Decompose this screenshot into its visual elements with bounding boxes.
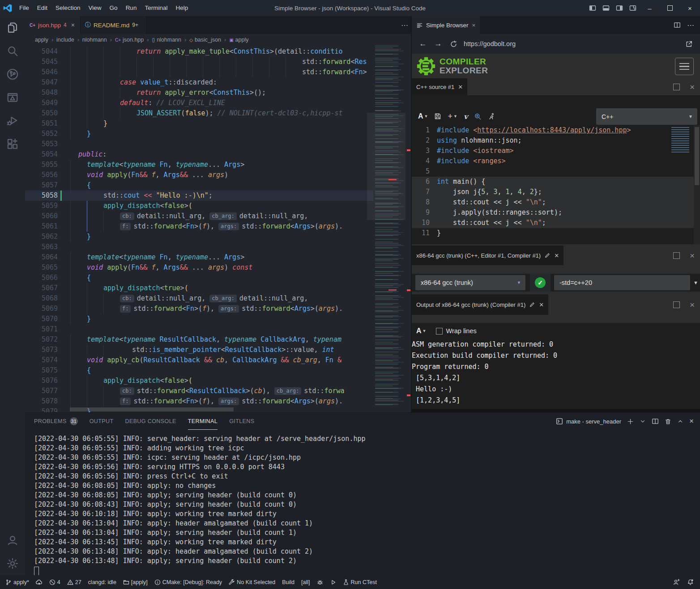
code-line[interactable]: 5069f:std::forward<Fn>(f), args:std::for… [25, 304, 405, 314]
close-pane-icon[interactable]: × [690, 302, 695, 308]
edit-icon[interactable] [544, 252, 551, 258]
browser-code-line[interactable]: 7 json j{5, 3, 1, 4, 2}; [412, 187, 700, 197]
browser-code-line[interactable]: 8 std::cout << j << "\n"; [412, 197, 700, 208]
code-line[interactable]: 5061f:std::forward<Fn>(f), args:std::for… [25, 221, 405, 232]
browser-code-line[interactable]: 3#include <iostream> [412, 146, 700, 156]
language-select[interactable]: C++▼ [596, 108, 697, 125]
status-clangd-idle[interactable]: clangd: idle [88, 579, 116, 585]
code-line[interactable]: 5063 [25, 242, 405, 252]
compiler-args-input[interactable]: -std=c++20 [554, 275, 690, 290]
status--all-[interactable]: [all] [301, 579, 310, 585]
terminal-select[interactable]: make - serve_header [556, 418, 621, 425]
code-line[interactable]: 5077cb:std::forward<ResultCallback>(cb),… [25, 386, 405, 396]
status-build[interactable]: Build [282, 579, 295, 585]
code-line[interactable]: 5054 public: [25, 149, 405, 160]
close-icon[interactable]: ✕ [458, 84, 463, 90]
code-line[interactable]: 5048return apply_error<ConstThis>(); [25, 88, 405, 98]
toggle-secondary-sidebar-icon[interactable] [613, 0, 626, 16]
edit-icon[interactable] [529, 301, 535, 308]
more-actions-icon[interactable]: ⋯ [684, 17, 697, 33]
reload-icon[interactable] [446, 36, 461, 51]
new-terminal-icon[interactable] [627, 418, 634, 425]
horizontal-scrollbar[interactable] [70, 407, 234, 411]
args-dropdown-icon[interactable]: ▼ [693, 280, 698, 285]
panel-tab-gitlens[interactable]: GITLENS [229, 413, 254, 430]
status-cloud-upload[interactable] [36, 579, 43, 585]
font-size-button[interactable]: A▼ [416, 327, 426, 335]
maximize-button[interactable] [660, 0, 680, 16]
maximize-pane-icon[interactable] [673, 301, 680, 308]
menu-go[interactable]: Go [106, 0, 122, 16]
minimap[interactable] [373, 46, 405, 407]
code-line[interactable]: 5046std::forward<Fn> [25, 67, 405, 77]
breadcrumb-item-apply[interactable]: ›▣apply [221, 37, 249, 43]
breadcrumb-item-apply[interactable]: apply [35, 37, 48, 43]
tab-cpp-source[interactable]: C++ source #1 ✕ [412, 78, 467, 95]
breadcrumb-item-json.hpp[interactable]: ›C+json.hpp [107, 37, 144, 43]
panel-tab-terminal[interactable]: TERMINAL [188, 413, 218, 430]
menu-run[interactable]: Run [122, 0, 141, 16]
activitybar-run-debug[interactable] [0, 109, 25, 132]
shortlink-icon[interactable] [488, 113, 495, 120]
browser-code-line[interactable]: 1#include <https://localhost:8443/apply/… [412, 125, 700, 136]
menu-help[interactable]: Help [171, 0, 192, 16]
code-line[interactable]: 5064template<typename Fn, typename... Ar… [25, 252, 405, 263]
code-line[interactable]: 5071 [25, 324, 405, 335]
compile-status-button[interactable]: ✓ [530, 274, 551, 292]
browser-scrollbar[interactable] [694, 125, 700, 260]
menu-file[interactable]: File [15, 0, 33, 16]
close-pane-icon[interactable]: × [690, 84, 695, 90]
code-line[interactable]: 5076apply_dispatch<false>( [25, 376, 405, 386]
include-link[interactable]: https://localhost:8443/apply/json.hpp [477, 126, 627, 134]
split-editor-icon[interactable] [670, 17, 684, 33]
back-icon[interactable]: ← [415, 36, 431, 51]
browser-code-line[interactable]: 10 std::cout << j << "\n"; [412, 218, 700, 228]
breadcrumb-item-nlohmann[interactable]: ›{}nlohmann [144, 37, 181, 43]
tab-output[interactable]: Output of x86-64 gcc (trunk) (Compiler #… [412, 294, 548, 315]
close-button[interactable]: × [680, 0, 700, 16]
status-apply-[interactable]: apply* [5, 579, 29, 585]
panel-tab-problems[interactable]: PROBLEMS31 [34, 413, 78, 430]
status-bell-dot[interactable] [687, 579, 694, 585]
code-line[interactable]: 5068cb:detail::null_arg, cb_arg:detail::… [25, 293, 405, 304]
activitybar-extensions[interactable] [0, 132, 25, 156]
code-line[interactable]: 5051} [25, 119, 405, 129]
browser-code-line[interactable]: 6int main() { [412, 177, 700, 187]
status-bug[interactable] [317, 579, 323, 585]
activitybar-source-control[interactable] [0, 63, 25, 86]
editor-more-actions[interactable]: ⋯ [401, 16, 408, 34]
status-feedback[interactable] [673, 579, 680, 585]
code-line[interactable]: 5052} [25, 129, 405, 139]
code-line[interactable]: 5056void apply(Fn&& f, Args&& ... args) [25, 170, 405, 180]
compiler-select[interactable]: x86-64 gcc (trunk)▼ [415, 275, 525, 290]
code-line[interactable]: 5073 std::is_member_pointer<ResultCallba… [25, 345, 405, 355]
code-line[interactable]: 5044return apply_make_tuple<ConstThis>(d… [25, 47, 405, 57]
wrap-lines-checkbox[interactable] [436, 328, 443, 335]
browser-code-line[interactable]: 5 [412, 166, 700, 177]
hamburger-menu-icon[interactable] [675, 58, 694, 75]
status-4[interactable]: 4 [49, 579, 60, 585]
add-pane-button[interactable]: +▼ [448, 112, 457, 121]
code-line[interactable]: 5066{ [25, 273, 405, 283]
menu-terminal[interactable]: Terminal [141, 0, 171, 16]
menu-edit[interactable]: Edit [33, 0, 51, 16]
code-line[interactable]: 5047case value_t::discarded: [25, 77, 405, 88]
code-line[interactable]: 5062} [25, 232, 405, 242]
status-cmake-debug-ready[interactable]: CMake: [Debug]: Ready [154, 579, 222, 585]
code-line[interactable]: 5078f:std::forward<Fn>(f), args:std::for… [25, 396, 405, 407]
chevron-down-icon[interactable] [640, 418, 646, 424]
panel-tab-debug-console[interactable]: DEBUG CONSOLE [125, 413, 176, 430]
toggle-panel-icon[interactable] [599, 0, 613, 16]
activitybar-search[interactable] [0, 39, 25, 63]
browser-source-editor[interactable]: 1#include <https://localhost:8443/apply/… [412, 125, 700, 260]
code-line[interactable]: 5070} [25, 314, 405, 324]
status-no-kit-selected[interactable]: No Kit Selected [229, 579, 275, 585]
minimize-button[interactable]: – [640, 0, 660, 16]
toggle-sidebar-icon[interactable] [586, 0, 599, 16]
open-external-icon[interactable] [681, 36, 696, 51]
activitybar-files[interactable] [0, 16, 25, 39]
close-icon[interactable]: × [70, 21, 76, 29]
font-size-button[interactable]: A▼ [418, 112, 428, 120]
maximize-pane-icon[interactable] [673, 84, 680, 90]
close-icon[interactable]: ✕ [554, 252, 559, 259]
